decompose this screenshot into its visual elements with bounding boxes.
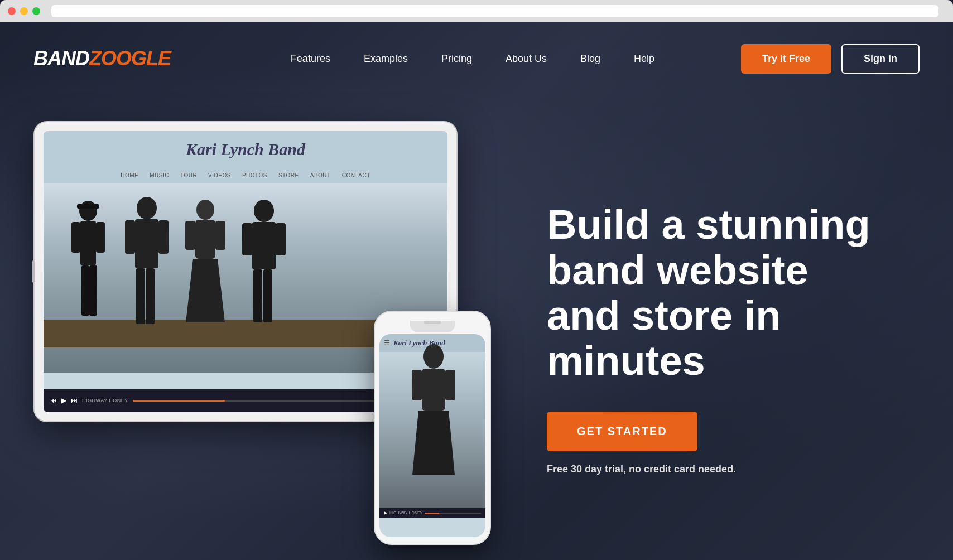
logo-band-text: BAND <box>33 47 89 70</box>
phone-player: ▶ HIGHWAY HONEY <box>379 508 485 518</box>
tablet-nav-music: MUSIC <box>150 172 169 178</box>
nav-about[interactable]: About Us <box>489 53 564 65</box>
hero-subtext: Free 30 day trial, no credit card needed… <box>547 464 920 475</box>
svg-rect-25 <box>422 369 445 411</box>
tablet-site-nav: HOME MUSIC TOUR VIDEOS PHOTOS STORE ABOU… <box>44 168 447 183</box>
svg-rect-4 <box>96 222 105 253</box>
sign-in-button[interactable]: Sign in <box>841 44 920 74</box>
svg-marker-15 <box>186 259 225 322</box>
player-next-icon[interactable]: ⏭ <box>71 397 78 404</box>
nav-links: Features Examples Pricing About Us Blog … <box>204 53 741 65</box>
hero-headline-line2: band website <box>547 247 808 293</box>
phone-notch <box>410 321 455 332</box>
tablet-side-button <box>32 260 35 283</box>
svg-rect-10 <box>158 220 169 254</box>
mac-close-button[interactable] <box>8 7 16 15</box>
svg-rect-21 <box>276 223 286 255</box>
phone-mockup: ☰ Kari Lynch Band <box>374 311 491 545</box>
nav-actions: Try it Free Sign in <box>741 44 920 74</box>
nav-blog[interactable]: Blog <box>564 53 617 65</box>
logo-zoogle-text: ZOOGLE <box>89 47 171 70</box>
player-song-label: HIGHWAY HONEY <box>82 398 128 403</box>
hero-section: Kari Lynch Band HOME MUSIC TOUR VIDEOS P… <box>0 95 953 560</box>
hero-headline: Build a stunning band website and store … <box>547 202 920 384</box>
svg-marker-26 <box>412 411 455 475</box>
hero-headline-line4: minutes <box>547 337 705 384</box>
svg-rect-22 <box>253 269 262 322</box>
device-mockups: Kari Lynch Band HOME MUSIC TOUR VIDEOS P… <box>33 121 513 545</box>
tablet-nav-contact: CONTACT <box>342 172 370 178</box>
svg-point-0 <box>79 201 97 221</box>
svg-rect-11 <box>136 268 145 324</box>
tablet-nav-videos: VIDEOS <box>208 172 231 178</box>
svg-rect-23 <box>263 269 272 322</box>
mac-minimize-button[interactable] <box>20 7 28 15</box>
nav-features[interactable]: Features <box>274 53 347 65</box>
url-bar[interactable] <box>51 5 938 17</box>
svg-rect-16 <box>185 221 195 250</box>
tablet-nav-store: STORE <box>278 172 299 178</box>
mac-maximize-button[interactable] <box>32 7 40 15</box>
try-free-button[interactable]: Try it Free <box>741 44 831 74</box>
navbar: BAND ZOOGLE Features Examples Pricing Ab… <box>0 22 953 95</box>
svg-rect-8 <box>135 219 158 268</box>
svg-point-7 <box>137 197 157 219</box>
hero-text: Build a stunning band website and store … <box>513 180 920 475</box>
svg-rect-1 <box>77 204 99 209</box>
svg-point-13 <box>196 200 214 220</box>
browser-body: BAND ZOOGLE Features Examples Pricing Ab… <box>0 22 953 560</box>
phone-progress-fill <box>425 513 439 514</box>
nav-examples[interactable]: Examples <box>347 53 425 65</box>
phone-play-icon[interactable]: ▶ <box>384 510 387 515</box>
phone-screen: ☰ Kari Lynch Band <box>379 334 485 537</box>
player-progress-fill <box>133 400 225 402</box>
phone-progress-bar <box>425 513 481 514</box>
phone-singer-svg <box>379 341 485 497</box>
svg-rect-20 <box>242 223 252 255</box>
svg-rect-19 <box>252 222 276 269</box>
phone-player-song: HIGHWAY HONEY <box>389 511 422 515</box>
band-silhouettes <box>240 339 251 373</box>
tablet-site-title: Kari Lynch Band <box>55 140 436 159</box>
svg-rect-3 <box>71 222 80 253</box>
svg-rect-12 <box>146 268 155 324</box>
tablet-nav-about: ABOUT <box>310 172 331 178</box>
hero-headline-line3: and store in <box>547 292 781 339</box>
svg-rect-14 <box>195 220 215 259</box>
svg-rect-5 <box>81 265 89 316</box>
player-prev-icon[interactable]: ⏮ <box>50 397 57 404</box>
mac-titlebar <box>0 0 953 22</box>
tablet-site-header: Kari Lynch Band <box>44 131 447 168</box>
svg-rect-27 <box>412 370 422 400</box>
get-started-button[interactable]: GET STARTED <box>547 412 697 451</box>
svg-point-24 <box>423 344 444 369</box>
tablet-nav-photos: PHOTOS <box>242 172 267 178</box>
phone-band-image <box>379 352 485 508</box>
tablet-nav-home: HOME <box>121 172 138 178</box>
svg-rect-6 <box>89 265 97 316</box>
svg-point-18 <box>254 200 274 222</box>
band-svg <box>49 194 339 350</box>
player-play-icon[interactable]: ▶ <box>61 397 66 404</box>
nav-pricing[interactable]: Pricing <box>425 53 489 65</box>
svg-rect-2 <box>80 221 96 265</box>
svg-rect-9 <box>125 220 135 254</box>
hero-headline-line1: Build a stunning <box>547 201 870 248</box>
svg-rect-28 <box>445 370 455 400</box>
nav-help[interactable]: Help <box>617 53 671 65</box>
tablet-nav-tour: TOUR <box>180 172 197 178</box>
logo[interactable]: BAND ZOOGLE <box>33 47 171 70</box>
svg-rect-17 <box>215 221 225 250</box>
